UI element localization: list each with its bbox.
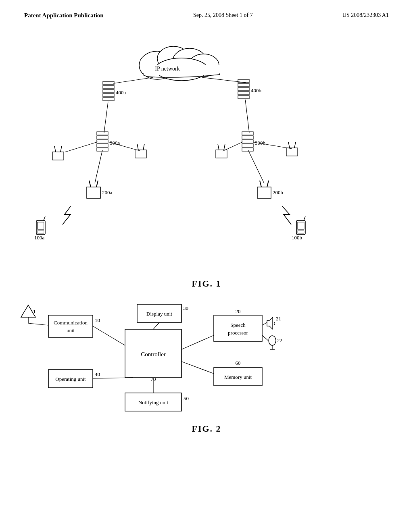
svg-marker-70 [267, 317, 273, 329]
svg-line-85 [262, 335, 268, 341]
svg-line-63 [304, 216, 305, 220]
date-sheet-label: Sep. 25, 2008 Sheet 1 of 7 [193, 12, 253, 19]
svg-rect-52 [257, 187, 271, 198]
svg-line-45 [294, 142, 296, 148]
operating-unit-label: Operating unit [55, 376, 86, 382]
svg-rect-26 [242, 136, 253, 139]
signal-right [282, 206, 291, 224]
label-100b: 100b [292, 235, 302, 241]
patent-number-label: US 2008/232303 A1 [342, 12, 389, 19]
label-20: 20 [236, 308, 241, 314]
svg-rect-16 [238, 91, 249, 95]
node-100a: 100a [34, 216, 45, 241]
label-10: 10 [95, 317, 100, 323]
svg-line-59 [44, 216, 45, 220]
svg-line-30 [104, 102, 108, 133]
page-header: Patent Application Publication Sep. 25, … [0, 0, 413, 23]
svg-rect-62 [298, 231, 304, 233]
speech-proc-label-line1: Speech [230, 322, 246, 328]
svg-line-18 [113, 77, 153, 83]
ap-left-300a [52, 146, 64, 160]
svg-rect-8 [103, 81, 114, 85]
svg-rect-14 [238, 83, 249, 87]
comm-unit-label-line2: unit [67, 327, 75, 333]
label-22: 22 [277, 337, 282, 343]
antenna-symbol: 1 [21, 305, 36, 323]
svg-line-84 [262, 322, 267, 325]
node-200a: 200a [87, 181, 113, 198]
svg-line-80 [181, 335, 214, 349]
svg-rect-21 [97, 136, 108, 139]
svg-line-31 [245, 100, 249, 133]
svg-line-33 [54, 146, 56, 152]
svg-rect-69 [214, 315, 262, 341]
svg-rect-25 [242, 132, 253, 135]
svg-line-79 [153, 322, 159, 329]
svg-point-71 [269, 336, 276, 345]
svg-rect-17 [238, 96, 249, 99]
node-400a: 400a [103, 81, 126, 101]
label-200b: 200b [273, 189, 283, 195]
svg-rect-61 [298, 222, 304, 229]
svg-line-51 [95, 150, 102, 183]
svg-rect-48 [87, 187, 100, 198]
ap-right-300b [286, 142, 298, 156]
publication-label: Patent Application Publication [24, 12, 104, 19]
svg-rect-29 [242, 148, 253, 151]
svg-rect-58 [38, 231, 44, 233]
communication-unit-block: Communication unit 10 [48, 315, 100, 337]
svg-rect-12 [103, 98, 114, 101]
node-100b: 100b [292, 216, 305, 241]
svg-line-41 [218, 144, 219, 150]
svg-rect-20 [97, 132, 108, 135]
svg-line-39 [108, 142, 141, 151]
memory-unit-block: Memory unit 60 [214, 360, 262, 386]
svg-rect-57 [38, 222, 44, 229]
svg-line-42 [224, 144, 225, 150]
label-30: 30 [183, 305, 188, 311]
label-400b: 400b [251, 87, 261, 94]
label-21: 21 [276, 316, 281, 322]
ip-network-label: IP network [155, 66, 179, 72]
ip-network-cloud: IP network [139, 46, 220, 81]
svg-rect-43 [286, 148, 298, 156]
svg-line-37 [143, 144, 144, 150]
svg-line-54 [267, 181, 269, 187]
fig1-label: FIG. 1 [0, 278, 413, 289]
label-200a: 200a [102, 189, 113, 195]
svg-rect-10 [103, 89, 114, 93]
node-300b: 300b [242, 132, 265, 151]
svg-line-77 [28, 323, 48, 325]
svg-rect-11 [103, 94, 114, 97]
svg-rect-27 [242, 140, 253, 143]
label-40: 40 [95, 371, 100, 377]
fig2-diagram: 1 Communication unit 10 Display unit 30 … [0, 293, 413, 422]
fig2-label: FIG. 2 [0, 424, 413, 434]
svg-line-46 [223, 142, 243, 151]
controller-block: Controller 70 [125, 329, 181, 382]
fig1-diagram: IP network 400a 400b [0, 27, 413, 277]
svg-rect-9 [103, 85, 114, 89]
speech-proc-label-line2: processor [228, 330, 248, 336]
svg-rect-22 [97, 140, 108, 143]
svg-line-34 [60, 146, 62, 152]
svg-line-50 [96, 181, 98, 187]
label-100a: 100a [34, 235, 45, 241]
svg-line-53 [260, 181, 261, 187]
notifying-unit-block: Notifying unit 50 [125, 393, 189, 411]
svg-line-55 [248, 150, 264, 183]
label-50: 50 [184, 395, 189, 401]
svg-line-81 [93, 378, 133, 378]
svg-rect-23 [97, 144, 108, 147]
svg-line-44 [288, 142, 290, 148]
label-60: 60 [236, 360, 241, 366]
svg-line-78 [93, 326, 125, 345]
svg-line-36 [137, 144, 138, 150]
comm-unit-label-line1: Communication [54, 320, 88, 326]
label-1: 1 [33, 308, 36, 314]
node-200b: 200b [257, 181, 283, 198]
ap-left-300b [216, 144, 227, 158]
display-unit-label: Display unit [146, 311, 172, 317]
speech-processor-block: Speech processor 20 [214, 308, 262, 341]
node-300a: 300a [97, 132, 120, 151]
